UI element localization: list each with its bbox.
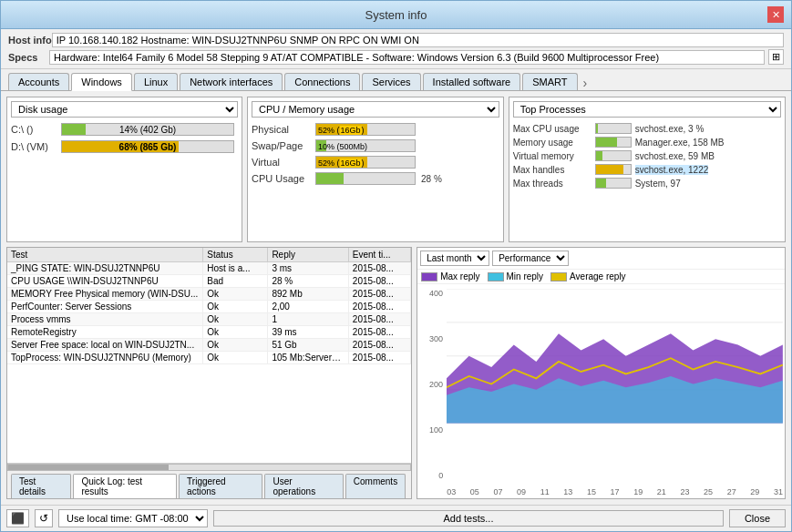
x-label-27: 27 [727, 487, 736, 496]
cell-event: 2015-08... [348, 288, 410, 301]
cell-reply: 39 ms [268, 326, 348, 339]
tab-connections[interactable]: Connections [284, 73, 360, 90]
test-panel: Test Status Reply Event ti... _PING STAT… [6, 247, 412, 499]
tab-linux[interactable]: Linux [134, 73, 178, 90]
scrollbar-thumb[interactable] [8, 465, 169, 470]
cell-event: 2015-08... [348, 262, 410, 275]
test-table[interactable]: Test Status Reply Event ti... _PING STAT… [7, 248, 411, 463]
disk-c-fill [62, 124, 86, 135]
window-close-button[interactable]: ✕ [767, 6, 784, 23]
host-info-value: IP 10.168.140.182 Hostname: WIN-DSUJ2TNN… [52, 33, 784, 47]
tab-installed-software[interactable]: Installed software [423, 73, 521, 90]
tab-triggered-actions[interactable]: Triggered actions [179, 474, 262, 498]
max-threads-fill [596, 179, 606, 188]
virt-mem-bar [595, 150, 632, 161]
chart-y-labels: 400 300 200 100 0 [417, 289, 445, 480]
physical-text: 52% (16Gb) [318, 124, 365, 137]
max-handles-row: Max handles svchost.exe, 1222 [513, 164, 781, 175]
top-processes-panel: Top Processes Max CPU usage svchost.exe,… [509, 97, 786, 242]
action-bar: ⬛ ↺ Use local time: GMT -08:00 Add tests… [1, 505, 791, 531]
tab-test-details[interactable]: Test details [11, 474, 71, 498]
table-row[interactable]: MEMORY Free Physical memory (WIN-DSU... … [7, 288, 411, 301]
disk-d-row: D:\ (VM) 68% (865 Gb) [11, 140, 238, 153]
title-bar: System info ✕ [1, 1, 791, 29]
legend-max-reply-label: Max reply [440, 271, 479, 281]
chart-header: Last month Last week Last day Performanc… [417, 248, 785, 270]
time-zone-select[interactable]: Use local time: GMT -08:00 [58, 509, 208, 527]
tab-accounts[interactable]: Accounts [8, 73, 69, 90]
max-handles-value: svchost.exe, 1222 [635, 165, 709, 175]
cpu-usage-bar [315, 172, 416, 185]
cell-test: RemoteRegistry [7, 326, 203, 339]
tab-services[interactable]: Services [362, 73, 420, 90]
action-icon-2[interactable]: ↺ [35, 509, 53, 527]
virtual-label: Virtual [252, 157, 315, 168]
disk-panel-select[interactable]: Disk usage [11, 101, 238, 118]
x-label-11: 11 [540, 487, 550, 496]
chart-metric-select[interactable]: Performance Availability [492, 251, 569, 266]
cpu-memory-panel: CPU / Memory usage Physical 52% (16Gb) S… [247, 97, 504, 242]
max-handles-label: Max handles [513, 165, 595, 175]
close-button[interactable]: Close [729, 509, 786, 527]
cell-reply: 2,00 [268, 301, 348, 313]
table-row[interactable]: CPU USAGE \\WIN-DSUJ2TNNP6U Bad 28 % 201… [7, 275, 411, 288]
host-info-section: Host info IP 10.168.140.182 Hostname: WI… [1, 29, 791, 69]
chart-panel: Last month Last week Last day Performanc… [417, 247, 786, 499]
table-row[interactable]: _PING STATE: WIN-DSUJ2TNNP6U Host is a..… [7, 262, 411, 275]
legend-min-reply: Min reply [488, 271, 544, 281]
swap-text: 10% (500Mb) [318, 140, 367, 153]
mem-usage-label: Memory usage [513, 138, 595, 148]
cell-event: 2015-08... [348, 352, 410, 364]
specs-value: Hardware: Intel64 Family 6 Model 58 Step… [49, 50, 765, 65]
disk-c-row: C:\ () 14% (402 Gb) [11, 123, 238, 136]
table-row[interactable]: Process vmms Ok 1 2015-08... [7, 313, 411, 326]
tab-comments[interactable]: Comments [345, 474, 406, 498]
max-cpu-bar [595, 123, 632, 134]
add-tests-button[interactable]: Add tests... [213, 510, 724, 527]
x-label-09: 09 [517, 487, 526, 496]
tab-network-interfaces[interactable]: Network interfaces [180, 73, 283, 90]
tab-smart[interactable]: SMART [522, 73, 577, 90]
x-label-23: 23 [680, 487, 689, 496]
disk-d-text: 68% (865 Gb) [119, 141, 177, 154]
cell-event: 2015-08... [348, 313, 410, 326]
y-label-0: 0 [438, 471, 443, 480]
disk-usage-panel: Disk usage C:\ () 14% (402 Gb) D:\ (VM) … [6, 97, 242, 242]
chart-period-select[interactable]: Last month Last week Last day [420, 251, 489, 266]
virt-mem-value: svchost.exe, 59 MB [635, 151, 715, 161]
max-cpu-fill [596, 124, 598, 133]
legend-max-reply: Max reply [421, 271, 479, 281]
max-handles-fill [596, 165, 623, 174]
x-label-15: 15 [587, 487, 596, 496]
tab-user-operations[interactable]: User operations [264, 474, 343, 498]
table-row[interactable]: PerfCounter: Server Sessions Ok 2,00 201… [7, 301, 411, 313]
cell-status: Ok [203, 301, 268, 313]
specs-label: Specs [8, 52, 49, 63]
tab-quick-log[interactable]: Quick Log: test results [73, 474, 177, 498]
disk-d-label: D:\ (VM) [11, 141, 61, 152]
max-cpu-row: Max CPU usage svchost.exe, 3 % [513, 123, 781, 134]
tabs-scroll-right[interactable]: › [583, 76, 588, 90]
legend-min-reply-label: Min reply [507, 271, 544, 281]
window-title: System info [25, 8, 767, 22]
cell-status: Ok [203, 288, 268, 301]
virt-mem-row: Virtual memory svchost.exe, 59 MB [513, 150, 781, 161]
cpu-panel-select[interactable]: CPU / Memory usage [252, 101, 499, 118]
y-label-300: 300 [429, 334, 443, 343]
table-row[interactable]: Server Free space: local on WIN-DSUJ2TN.… [7, 339, 411, 352]
tab-windows[interactable]: Windows [71, 73, 132, 91]
x-label-03: 03 [447, 487, 456, 496]
cell-event: 2015-08... [348, 326, 410, 339]
x-label-17: 17 [611, 487, 620, 496]
cell-status: Host is a... [203, 262, 268, 275]
top-proc-select[interactable]: Top Processes [513, 101, 781, 118]
col-reply: Reply [268, 248, 348, 262]
table-row[interactable]: RemoteRegistry Ok 39 ms 2015-08... [7, 326, 411, 339]
cell-test: MEMORY Free Physical memory (WIN-DSU... [7, 288, 203, 301]
table-row[interactable]: TopProcess: WIN-DSUJ2TNNP6U (Memory) Ok … [7, 352, 411, 364]
cell-reply: 51 Gb [268, 339, 348, 352]
virt-mem-label: Virtual memory [513, 151, 595, 161]
grid-icon[interactable]: ⊞ [768, 49, 784, 65]
horizontal-scrollbar[interactable] [7, 463, 411, 470]
action-icon-1[interactable]: ⬛ [6, 509, 29, 527]
